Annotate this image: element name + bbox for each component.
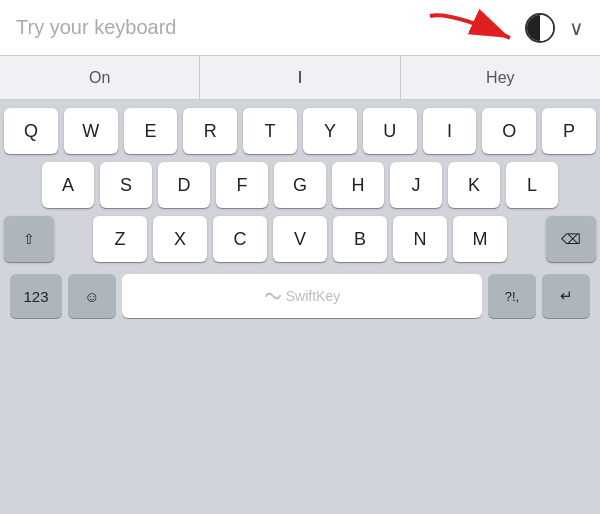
key-l[interactable]: L (506, 162, 558, 208)
key-m[interactable]: M (453, 216, 507, 262)
keyboard: QWERTYUIOP ASDFGHJKL ⇧ ZXCVBNM ⌫ 123 ☺ S (0, 100, 600, 514)
key-s[interactable]: S (100, 162, 152, 208)
theme-dark-half (527, 15, 540, 41)
emoji-key[interactable]: ☺ (68, 274, 116, 318)
return-icon: ↵ (560, 287, 573, 305)
key-r[interactable]: R (183, 108, 237, 154)
key-p[interactable]: P (542, 108, 596, 154)
shift-key[interactable]: ⇧ (4, 216, 54, 262)
punctuation-key[interactable]: ?!, (488, 274, 536, 318)
key-h[interactable]: H (332, 162, 384, 208)
key-z[interactable]: Z (93, 216, 147, 262)
bottom-bar: 123 ☺ SwiftKey ?!, ↵ (4, 270, 596, 322)
key-b[interactable]: B (333, 216, 387, 262)
key-y[interactable]: Y (303, 108, 357, 154)
key-g[interactable]: G (274, 162, 326, 208)
autocomplete-middle[interactable]: I (200, 56, 400, 99)
theme-light-half (540, 15, 553, 41)
key-row-2: ASDFGHJKL (4, 162, 596, 208)
key-v[interactable]: V (273, 216, 327, 262)
key-d[interactable]: D (158, 162, 210, 208)
key-c[interactable]: C (213, 216, 267, 262)
key-e[interactable]: E (124, 108, 178, 154)
autocomplete-right[interactable]: Hey (401, 56, 600, 99)
input-bar: ∨ (0, 0, 600, 56)
key-n[interactable]: N (393, 216, 447, 262)
space-key[interactable]: SwiftKey (122, 274, 482, 318)
keyboard-test-input[interactable] (16, 16, 525, 39)
key-k[interactable]: K (448, 162, 500, 208)
input-right-icons: ∨ (525, 13, 584, 43)
autocomplete-left[interactable]: On (0, 56, 200, 99)
theme-toggle-icon[interactable] (525, 13, 555, 43)
key-q[interactable]: Q (4, 108, 58, 154)
key-x[interactable]: X (153, 216, 207, 262)
key-j[interactable]: J (390, 162, 442, 208)
key-row-1: QWERTYUIOP (4, 108, 596, 154)
backspace-key[interactable]: ⌫ (546, 216, 596, 262)
key-i[interactable]: I (423, 108, 477, 154)
swiftkey-logo: SwiftKey (264, 288, 340, 304)
backspace-icon: ⌫ (561, 231, 581, 247)
key-f[interactable]: F (216, 162, 268, 208)
collapse-keyboard-icon[interactable]: ∨ (569, 18, 584, 38)
return-key[interactable]: ↵ (542, 274, 590, 318)
key-o[interactable]: O (482, 108, 536, 154)
swiftkey-logo-icon (264, 289, 282, 303)
autocomplete-bar: On I Hey (0, 56, 600, 100)
key-row-3: ⇧ ZXCVBNM ⌫ (4, 216, 596, 262)
key-w[interactable]: W (64, 108, 118, 154)
key-u[interactable]: U (363, 108, 417, 154)
shift-icon: ⇧ (23, 231, 35, 247)
num-key[interactable]: 123 (10, 274, 62, 318)
key-t[interactable]: T (243, 108, 297, 154)
key-a[interactable]: A (42, 162, 94, 208)
